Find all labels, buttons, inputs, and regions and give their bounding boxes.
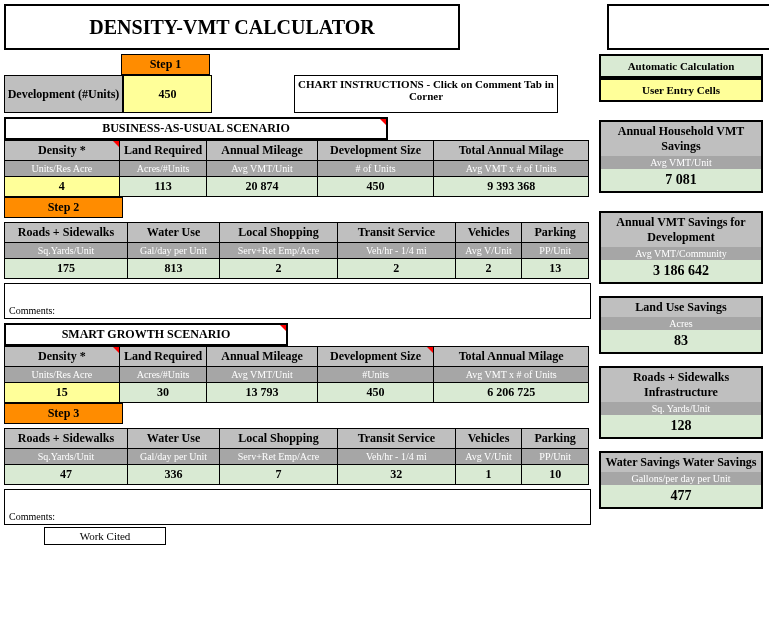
- bau-table-1: Density * Land Required Annual Mileage D…: [4, 140, 589, 197]
- bau-land-val: 113: [119, 177, 207, 197]
- bau-table-2: Roads + Sidewalks Water Use Local Shoppi…: [4, 222, 589, 279]
- sg-u2-4: Avg V/Unit: [455, 449, 522, 465]
- step3-label: Step 3: [4, 403, 123, 424]
- sg-v2-5: 10: [522, 465, 589, 485]
- sg-v2-1: 336: [127, 465, 219, 485]
- side-s1-h: Annual Household VMT Savings: [601, 122, 761, 156]
- sg-h-4: Total Annual Milage: [434, 347, 589, 367]
- sg-comments[interactable]: Comments:: [4, 489, 591, 525]
- sg-v-2: 13 793: [207, 383, 317, 403]
- sg-h-3: Development Size: [317, 347, 434, 367]
- bau-u-2: Avg VMT/Unit: [207, 161, 317, 177]
- sg-h-2: Annual Mileage: [207, 347, 317, 367]
- sg-v-4: 6 206 725: [434, 383, 589, 403]
- bau-density-input[interactable]: 4: [5, 177, 120, 197]
- bau-h-mileage: Annual Mileage: [207, 141, 317, 161]
- side-s5-h: Water Savings Water Savings: [601, 453, 761, 472]
- side-s5-v: 477: [601, 485, 761, 507]
- bau-v2-1: 813: [127, 259, 219, 279]
- bau-u2-3: Veh/hr - 1/4 mi: [337, 243, 455, 259]
- bau-v2-3: 2: [337, 259, 455, 279]
- sg-v2-2: 7: [220, 465, 338, 485]
- bau-h-density: Density *: [5, 141, 120, 161]
- sg-v2-3: 32: [337, 465, 455, 485]
- sg-title-text: SMART GROWTH SCENARIO: [62, 327, 231, 341]
- side-s1-u: Avg VMT/Unit: [601, 156, 761, 169]
- bau-u-4: Avg VMT x # of Units: [434, 161, 589, 177]
- sg-h2-3: Transit Service: [337, 429, 455, 449]
- sg-u2-1: Gal/day per Unit: [127, 449, 219, 465]
- sg-u-2: Avg VMT/Unit: [207, 367, 317, 383]
- bau-devsize-val: 450: [317, 177, 434, 197]
- bau-comments[interactable]: Comments:: [4, 283, 591, 319]
- bau-u-1: Acres/#Units: [119, 161, 207, 177]
- bau-v2-0: 175: [5, 259, 128, 279]
- sg-u-4: Avg VMT x # of Units: [434, 367, 589, 383]
- bau-u2-1: Gal/day per Unit: [127, 243, 219, 259]
- legend-user: User Entry Cells: [599, 78, 763, 102]
- sg-h-0: Density *: [5, 347, 120, 367]
- sg-u2-0: Sq.Yards/Unit: [5, 449, 128, 465]
- sg-u-1: Acres/#Units: [119, 367, 207, 383]
- sg-v-1: 30: [119, 383, 207, 403]
- bau-total-val: 9 393 368: [434, 177, 589, 197]
- sg-title: SMART GROWTH SCENARIO: [4, 323, 288, 346]
- side-roads: Roads + Sidewalks Infrastructure Sq. Yar…: [599, 366, 763, 439]
- step1-label: Step 1: [121, 54, 210, 75]
- side-vmt-household: Annual Household VMT Savings Avg VMT/Uni…: [599, 120, 763, 193]
- side-s5-u: Gallons/per day per Unit: [601, 472, 761, 485]
- chart-instructions: CHART INSTRUCTIONS - Click on Comment Ta…: [294, 75, 558, 113]
- sg-v-3: 450: [317, 383, 434, 403]
- bau-h2-2: Local Shopping: [220, 223, 338, 243]
- development-input[interactable]: 450: [123, 75, 212, 113]
- bau-h-land: Land Required: [119, 141, 207, 161]
- side-s3-h: Land Use Savings: [601, 298, 761, 317]
- side-s2-h: Annual VMT Savings for Development: [601, 213, 761, 247]
- sg-v2-4: 1: [455, 465, 522, 485]
- side-s3-v: 83: [601, 330, 761, 352]
- bau-u-3: # of Units: [317, 161, 434, 177]
- bau-h-devsize: Development Size: [317, 141, 434, 161]
- sg-density-input[interactable]: 15: [5, 383, 120, 403]
- title-side-blank: [607, 4, 769, 50]
- bau-h2-1: Water Use: [127, 223, 219, 243]
- sg-h2-4: Vehicles: [455, 429, 522, 449]
- side-s4-v: 128: [601, 415, 761, 437]
- sg-u2-5: PP/Unit: [522, 449, 589, 465]
- bau-v2-2: 2: [220, 259, 338, 279]
- bau-mileage-val: 20 874: [207, 177, 317, 197]
- sg-h2-1: Water Use: [127, 429, 219, 449]
- sg-h2-2: Local Shopping: [220, 429, 338, 449]
- bau-v2-5: 13: [522, 259, 589, 279]
- bau-u-0: Units/Res Acre: [5, 161, 120, 177]
- bau-h2-3: Transit Service: [337, 223, 455, 243]
- step2-label: Step 2: [4, 197, 123, 218]
- bau-u2-4: Avg V/Unit: [455, 243, 522, 259]
- side-s4-h: Roads + Sidewalks Infrastructure: [601, 368, 761, 402]
- bau-u2-2: Serv+Ret Emp/Acre: [220, 243, 338, 259]
- legend-auto: Automatic Calculation: [599, 54, 763, 78]
- sg-u-3: #Units: [317, 367, 434, 383]
- side-s2-v: 3 186 642: [601, 260, 761, 282]
- side-s1-v: 7 081: [601, 169, 761, 191]
- side-land: Land Use Savings Acres 83: [599, 296, 763, 354]
- page-title: DENSITY-VMT CALCULATOR: [4, 4, 460, 50]
- work-cited[interactable]: Work Cited: [44, 527, 166, 545]
- side-s2-u: Avg VMT/Community: [601, 247, 761, 260]
- sg-u2-3: Veh/hr - 1/4 mi: [337, 449, 455, 465]
- sg-table-2: Roads + Sidewalks Water Use Local Shoppi…: [4, 428, 589, 485]
- bau-h2-0: Roads + Sidewalks: [5, 223, 128, 243]
- bau-title: BUSINESS-AS-USUAL SCENARIO: [4, 117, 388, 140]
- sg-v2-0: 47: [5, 465, 128, 485]
- bau-u2-0: Sq.Yards/Unit: [5, 243, 128, 259]
- side-vmt-dev: Annual VMT Savings for Development Avg V…: [599, 211, 763, 284]
- bau-v2-4: 2: [455, 259, 522, 279]
- sg-h-1: Land Required: [119, 347, 207, 367]
- side-s3-u: Acres: [601, 317, 761, 330]
- sg-u-0: Units/Res Acre: [5, 367, 120, 383]
- sg-h2-0: Roads + Sidewalks: [5, 429, 128, 449]
- sg-h2-5: Parking: [522, 429, 589, 449]
- side-water: Water Savings Water Savings Gallons/per …: [599, 451, 763, 509]
- sg-u2-2: Serv+Ret Emp/Acre: [220, 449, 338, 465]
- bau-h2-4: Vehicles: [455, 223, 522, 243]
